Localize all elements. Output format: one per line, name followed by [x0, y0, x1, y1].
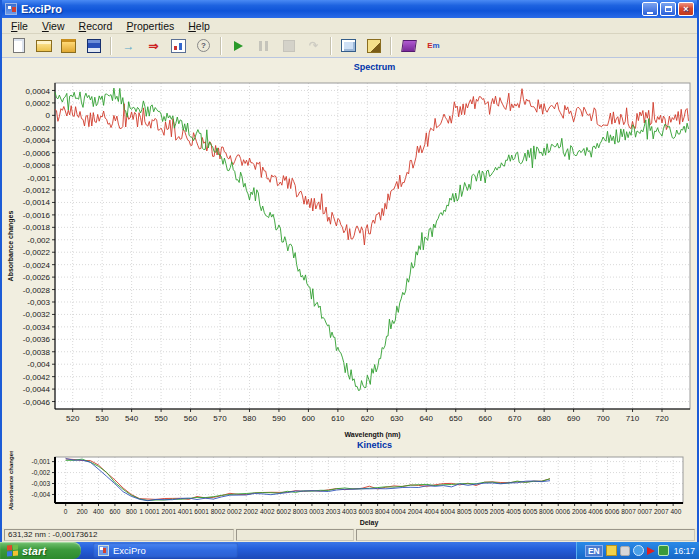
svg-text:7 400: 7 400 — [665, 508, 682, 515]
language-indicator[interactable]: EN — [585, 545, 603, 557]
help-book-button[interactable] — [396, 35, 421, 57]
svg-text:710: 710 — [626, 414, 640, 423]
svg-text:-0,0042: -0,0042 — [23, 373, 51, 382]
svg-text:640: 640 — [420, 414, 434, 423]
svg-text:0: 0 — [46, 111, 51, 120]
svg-text:0,0002: 0,0002 — [26, 99, 51, 108]
svg-text:-0,001: -0,001 — [27, 174, 50, 183]
svg-text:4 400: 4 400 — [419, 508, 436, 515]
notebook-button[interactable] — [361, 35, 386, 57]
svg-text:580: 580 — [243, 414, 257, 423]
svg-text:-0,0018: -0,0018 — [23, 223, 51, 232]
status-bar: 631,32 nm : -0,00173612 — [2, 528, 697, 542]
svg-text:-0,003: -0,003 — [32, 480, 51, 487]
svg-text:1 400: 1 400 — [172, 508, 189, 515]
svg-text:520: 520 — [66, 414, 80, 423]
windows-logo-icon — [7, 544, 18, 556]
menu-item-view[interactable]: View — [35, 19, 72, 33]
svg-text:560: 560 — [184, 414, 198, 423]
menu-item-help[interactable]: Help — [181, 19, 217, 33]
volume-icon[interactable] — [633, 545, 644, 556]
svg-text:-0,004: -0,004 — [32, 491, 51, 498]
svg-text:620: 620 — [361, 414, 375, 423]
svg-text:7 000: 7 000 — [632, 508, 649, 515]
toolbar-separator — [330, 37, 332, 55]
toolbar-separator — [220, 37, 222, 55]
kinetics-panel: Kinetics 02004006008001 0001 2001 4001 6… — [5, 439, 694, 527]
svg-text:2 400: 2 400 — [255, 508, 272, 515]
step-icon: ↷ — [309, 39, 318, 52]
svg-text:7 200: 7 200 — [649, 508, 666, 515]
svg-text:3 200: 3 200 — [320, 508, 337, 515]
svg-text:-0,0006: -0,0006 — [23, 149, 51, 158]
svg-text:-0,004: -0,004 — [27, 360, 50, 369]
chart-button[interactable] — [166, 35, 191, 57]
minimize-button[interactable] — [642, 2, 658, 16]
export-data-button[interactable]: ⇒ — [141, 35, 166, 57]
menu-item-record[interactable]: Record — [72, 19, 120, 33]
svg-text:1 200: 1 200 — [156, 508, 173, 515]
spectrum-panel: Spectrum 5205305405505605705805906006106… — [5, 61, 694, 439]
title-bar[interactable]: ExciPro × — [2, 0, 697, 18]
svg-text:-0,0002: -0,0002 — [23, 124, 51, 133]
svg-text:Absorbance changes: Absorbance changes — [7, 210, 15, 281]
system-tray: EN 16:17 — [576, 542, 699, 559]
excipro-task-icon — [98, 545, 109, 556]
svg-text:660: 660 — [479, 414, 493, 423]
svg-text:-0,003: -0,003 — [27, 298, 50, 307]
toolbar: →⇒?↷E — [2, 34, 697, 58]
close-button[interactable]: × — [678, 2, 694, 16]
exit-button[interactable]: E — [421, 35, 446, 57]
open-file-button[interactable] — [31, 35, 56, 57]
maximize-button[interactable] — [660, 2, 676, 16]
save-button[interactable] — [81, 35, 106, 57]
new-file-button[interactable] — [6, 35, 31, 57]
svg-text:800: 800 — [126, 508, 137, 515]
taskbar-clock: 16:17 — [674, 546, 695, 556]
svg-text:720: 720 — [655, 414, 669, 423]
new-file-icon — [13, 38, 25, 53]
shield-icon[interactable] — [658, 545, 669, 556]
svg-text:-0,0044: -0,0044 — [23, 385, 51, 394]
svg-text:0: 0 — [64, 508, 68, 515]
export-data-icon: ⇒ — [148, 39, 158, 53]
import-data-button[interactable]: → — [116, 35, 141, 57]
start-button[interactable]: start — [0, 542, 81, 559]
svg-text:-0,0038: -0,0038 — [23, 348, 51, 357]
kinetics-chart[interactable]: 02004006008001 0001 2001 4001 6001 8002 … — [5, 451, 695, 527]
minimize-icon — [647, 12, 653, 14]
info-button[interactable]: ? — [191, 35, 216, 57]
flag-icon[interactable] — [647, 547, 655, 555]
svg-text:Absorbance changes: Absorbance changes — [8, 451, 14, 510]
keyboard-layout-icon[interactable] — [606, 545, 617, 556]
start-button-label: start — [22, 545, 46, 557]
pause-icon — [259, 41, 268, 51]
status-cell-empty — [356, 529, 695, 541]
svg-text:590: 590 — [272, 414, 286, 423]
svg-text:6 600: 6 600 — [599, 508, 616, 515]
svg-text:-0,0034: -0,0034 — [23, 323, 51, 332]
scheduler-icon[interactable] — [620, 546, 630, 556]
display-button[interactable] — [336, 35, 361, 57]
taskbar-task-excipro[interactable]: ExciPro — [93, 543, 238, 558]
folder-button[interactable] — [56, 35, 81, 57]
svg-text:570: 570 — [213, 414, 227, 423]
menu-item-file[interactable]: File — [4, 19, 35, 33]
svg-text:5 400: 5 400 — [501, 508, 518, 515]
svg-text:200: 200 — [77, 508, 88, 515]
svg-text:2 200: 2 200 — [238, 508, 255, 515]
menu-item-properties[interactable]: Properties — [119, 19, 181, 33]
app-icon — [5, 3, 17, 15]
start-button[interactable] — [226, 35, 251, 57]
svg-text:2 000: 2 000 — [222, 508, 239, 515]
menu-bar: FileViewRecordPropertiesHelp — [2, 18, 697, 34]
stop-icon — [283, 40, 295, 52]
spectrum-chart[interactable]: 5205305405505605705805906006106206306406… — [5, 73, 695, 439]
svg-text:-0,001: -0,001 — [32, 458, 51, 465]
svg-text:3 400: 3 400 — [337, 508, 354, 515]
import-data-icon: → — [123, 39, 135, 53]
desktop: ExciPro × FileViewRecordPropertiesHelp →… — [0, 0, 699, 559]
svg-text:-0,0028: -0,0028 — [23, 286, 51, 295]
toolbar-separator — [390, 37, 392, 55]
svg-text:3 800: 3 800 — [369, 508, 386, 515]
